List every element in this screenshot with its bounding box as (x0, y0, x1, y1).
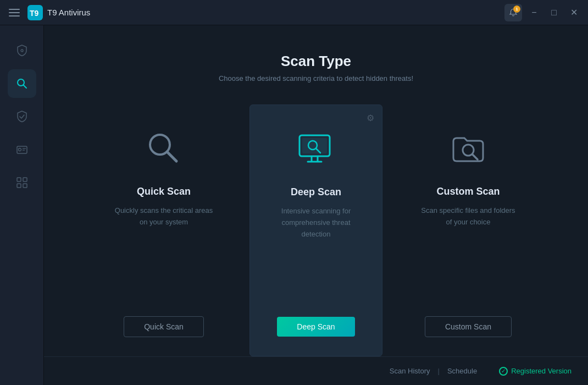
id-icon (15, 142, 29, 157)
page-subtitle: Choose the desired scanning criteria to … (44, 74, 588, 82)
shield-icon (15, 43, 29, 58)
apps-icon (15, 175, 29, 190)
quick-scan-button[interactable]: Quick Scan (124, 316, 204, 337)
svg-line-14 (167, 152, 176, 161)
svg-rect-10 (23, 178, 27, 182)
search-icon (15, 76, 29, 91)
footer-links: Scan History | Schedule (390, 366, 477, 376)
app-logo: T9 T9 Antivirus (27, 5, 90, 20)
folder-search-icon (449, 129, 487, 168)
schedule-link[interactable]: Schedule (447, 366, 477, 376)
logo-icon: T9 (27, 5, 43, 20)
quick-scan-card: Quick Scan Quickly scans the critical ar… (98, 105, 230, 356)
titlebar-left: T9 T9 Antivirus (7, 5, 90, 20)
registered-label: Registered Version (511, 367, 572, 375)
quick-scan-desc: Quickly scans the critical areas on your… (114, 205, 213, 300)
footer: Scan History | Schedule ✓ Registered Ver… (44, 356, 588, 385)
svg-point-2 (21, 50, 23, 52)
deep-scan-icon (294, 127, 338, 171)
sidebar-item-scan[interactable] (8, 69, 36, 98)
custom-scan-icon (446, 127, 490, 170)
deep-scan-title: Deep Scan (291, 186, 341, 198)
maximize-button[interactable]: □ (546, 5, 562, 20)
check-circle-icon: ✓ (499, 367, 508, 376)
svg-line-23 (473, 155, 478, 160)
titlebar-right: 1 − □ ✕ (504, 4, 581, 21)
notification-button[interactable]: 1 (504, 4, 522, 21)
notification-badge: 1 (513, 6, 520, 13)
registered-version: ✓ Registered Version (499, 367, 572, 376)
sidebar-item-id-protection[interactable] (8, 135, 36, 164)
menu-button[interactable] (7, 7, 22, 19)
svg-rect-11 (17, 184, 21, 188)
scan-history-link[interactable]: Scan History (390, 366, 430, 376)
scan-cards-container: Quick Scan Quickly scans the critical ar… (44, 105, 588, 356)
svg-rect-16 (302, 138, 327, 153)
deep-scan-button[interactable]: Deep Scan (277, 317, 354, 337)
main-layout: Scan Type Choose the desired scanning cr… (0, 25, 588, 385)
app-title: T9 Antivirus (47, 8, 90, 17)
svg-text:T9: T9 (30, 9, 39, 18)
minimize-button[interactable]: − (526, 5, 542, 20)
sidebar-item-protection[interactable] (8, 36, 36, 65)
quick-scan-title: Quick Scan (137, 186, 191, 197)
custom-scan-desc: Scan specific files and folders of your … (419, 205, 518, 300)
gear-icon[interactable]: ⚙ (367, 113, 374, 123)
deep-scan-desc: Intensive scanning for comprehensive thr… (267, 206, 365, 300)
page-header: Scan Type Choose the desired scanning cr… (44, 25, 588, 105)
titlebar: T9 T9 Antivirus 1 − □ ✕ (0, 0, 588, 25)
magnifier-icon (145, 129, 183, 168)
svg-point-6 (18, 148, 21, 151)
svg-rect-12 (23, 184, 27, 188)
deep-scan-card: ⚙ Deep Sc (249, 105, 382, 356)
close-button[interactable]: ✕ (566, 5, 581, 20)
monitor-search-icon (297, 130, 335, 168)
custom-scan-card: Custom Scan Scan specific files and fold… (402, 105, 534, 356)
content-area: Scan Type Choose the desired scanning cr… (44, 25, 588, 385)
quick-scan-icon (142, 127, 186, 170)
footer-separator: | (438, 367, 440, 375)
custom-scan-button[interactable]: Custom Scan (425, 316, 512, 337)
svg-rect-9 (17, 178, 21, 182)
custom-scan-title: Custom Scan (436, 186, 500, 197)
page-title: Scan Type (44, 53, 588, 70)
sidebar-item-apps[interactable] (8, 168, 36, 197)
sidebar (0, 25, 44, 385)
sidebar-item-safe-browsing[interactable] (8, 102, 36, 131)
svg-line-4 (23, 85, 26, 89)
check-shield-icon (15, 109, 29, 124)
